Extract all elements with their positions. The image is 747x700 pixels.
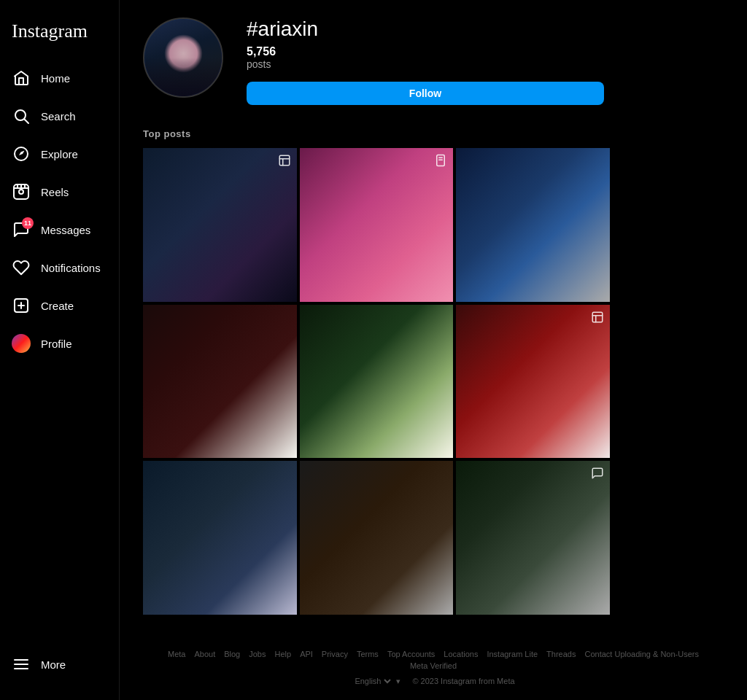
sidebar-item-explore[interactable]: Explore: [0, 136, 119, 172]
language-select[interactable]: English: [352, 676, 393, 686]
svg-line-1: [25, 120, 29, 124]
top-posts-section: Top posts: [143, 128, 724, 615]
footer-link[interactable]: Contact Uploading & Non-Users: [584, 650, 699, 658]
avatar: [12, 334, 31, 353]
sidebar-bottom: More: [0, 646, 119, 688]
footer-bottom: English ▾ © 2023 Instagram from Meta: [143, 676, 724, 686]
section-label-top-posts: Top posts: [143, 128, 724, 139]
sidebar-item-label-explore: Explore: [41, 148, 78, 160]
sidebar-item-reels[interactable]: Reels: [0, 174, 119, 210]
profile-header: #ariaxin 5,756 posts Follow: [143, 18, 724, 105]
sidebar-item-label-profile: Profile: [41, 338, 72, 350]
copyright-text: © 2023 Instagram from Meta: [412, 677, 514, 685]
language-selector[interactable]: English ▾: [352, 676, 400, 686]
chevron-down-icon: ▾: [396, 677, 400, 686]
profile-avatar-image: [144, 19, 222, 96]
sidebar-item-more[interactable]: More: [0, 646, 119, 682]
sidebar-item-search[interactable]: Search: [0, 98, 119, 134]
footer-link[interactable]: Threads: [546, 650, 576, 658]
post-item-5[interactable]: [300, 305, 454, 459]
profile-hashtag: #ariaxin: [247, 18, 724, 41]
sidebar-item-label-home: Home: [41, 72, 70, 85]
sidebar: Instagram Home Search Explore: [0, 0, 120, 700]
sidebar-item-create[interactable]: Create: [0, 287, 119, 324]
post-item-8[interactable]: [300, 461, 454, 615]
profile-posts-count: 5,756: [247, 45, 724, 58]
post-item-4[interactable]: [143, 305, 297, 459]
post-item-9[interactable]: [456, 461, 610, 615]
post-item-7[interactable]: [143, 461, 297, 615]
svg-marker-3: [19, 151, 25, 156]
logo-area: Instagram: [0, 12, 119, 60]
search-icon: [12, 106, 31, 125]
profile-info: #ariaxin 5,756 posts Follow: [247, 18, 724, 105]
post-item-3[interactable]: [456, 148, 610, 302]
footer-link[interactable]: Locations: [444, 650, 478, 658]
main-content: #ariaxin 5,756 posts Follow Top posts: [120, 0, 747, 700]
post-item-2[interactable]: [300, 148, 454, 302]
menu-icon: [12, 655, 31, 674]
post-item-6[interactable]: [456, 305, 610, 459]
footer-link[interactable]: Blog: [224, 650, 240, 658]
footer: MetaAboutBlogJobsHelpAPIPrivacyTermsTop …: [143, 650, 724, 700]
profile-avatar: [143, 18, 223, 98]
sidebar-item-messages[interactable]: 11 Messages: [0, 211, 119, 248]
posts-grid: [143, 148, 610, 615]
create-icon: [12, 296, 31, 315]
footer-link[interactable]: Top Accounts: [387, 650, 435, 658]
sidebar-item-label-search: Search: [41, 110, 76, 122]
svg-point-5: [19, 190, 23, 194]
home-icon: [12, 69, 31, 88]
sidebar-nav: Home Search Explore Reels: [0, 60, 119, 646]
sidebar-item-label-messages: Messages: [41, 224, 90, 236]
sidebar-item-label-notifications: Notifications: [41, 262, 101, 274]
footer-link[interactable]: Meta Verified: [410, 661, 457, 670]
reels-icon: [12, 182, 31, 201]
explore-icon: [12, 144, 31, 163]
footer-link[interactable]: API: [300, 650, 313, 658]
sidebar-item-label-create: Create: [41, 300, 74, 312]
profile-posts-label: posts: [247, 58, 724, 70]
post-item-1[interactable]: [143, 148, 297, 302]
sidebar-item-label-reels: Reels: [41, 186, 69, 198]
footer-link[interactable]: Terms: [357, 650, 379, 658]
sidebar-item-label-more: More: [41, 658, 66, 671]
footer-links: MetaAboutBlogJobsHelpAPIPrivacyTermsTop …: [143, 650, 724, 670]
footer-link[interactable]: Instagram Lite: [487, 650, 538, 658]
footer-link[interactable]: Help: [275, 650, 292, 658]
heart-icon: [12, 258, 31, 277]
sidebar-item-profile[interactable]: Profile: [0, 325, 119, 362]
sidebar-item-notifications[interactable]: Notifications: [0, 249, 119, 286]
footer-link[interactable]: Jobs: [249, 650, 266, 658]
messages-badge: 11: [22, 217, 34, 229]
follow-button[interactable]: Follow: [247, 82, 604, 105]
instagram-logo: Instagram: [12, 20, 88, 42]
sidebar-item-home[interactable]: Home: [0, 60, 119, 96]
footer-link[interactable]: About: [194, 650, 215, 658]
footer-link[interactable]: Meta: [168, 650, 185, 658]
footer-link[interactable]: Privacy: [322, 650, 348, 658]
